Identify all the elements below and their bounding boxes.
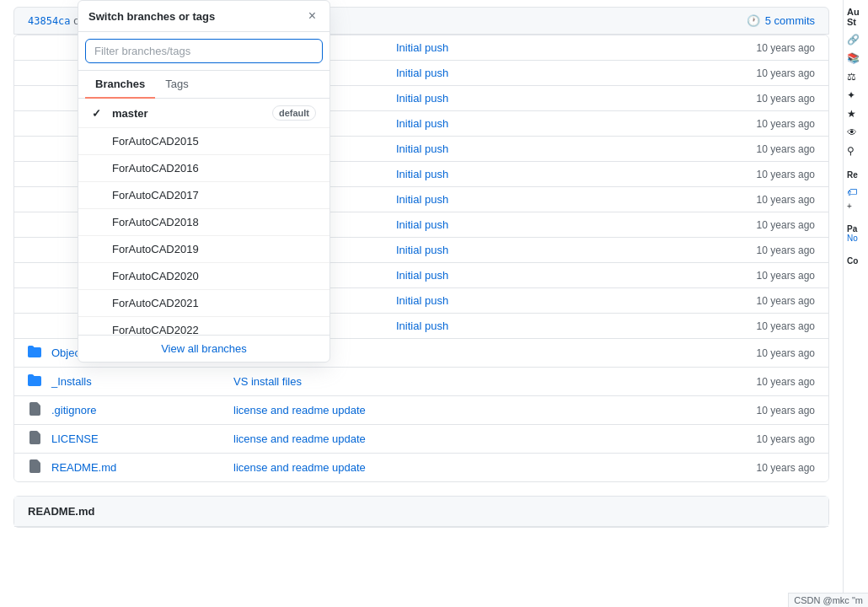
file-icon (28, 402, 45, 418)
dropdown-header: Switch branches or tags × (78, 1, 330, 32)
branch-item[interactable]: ForAutoCAD2015 (78, 128, 330, 155)
branch-name: ForAutoCAD2021 (112, 297, 199, 309)
commits-count[interactable]: 5 commits (765, 14, 815, 27)
table-row: README.md license and readme update 10 y… (14, 454, 828, 481)
table-row: .gitignore license and readme update 10 … (14, 396, 828, 425)
branch-name: ForAutoCAD2020 (112, 270, 199, 282)
clock-icon: 🕐 (747, 14, 760, 27)
file-name[interactable]: LICENSE (51, 432, 220, 445)
branch-name: ForAutoCAD2017 (112, 189, 199, 201)
readme-title: README.md (28, 505, 94, 518)
branch-item[interactable]: ForAutoCAD2021 (78, 290, 330, 317)
branch-filter-input[interactable] (85, 39, 323, 63)
branch-list: ✓ master default ForAutoCAD2015 ForAutoC… (78, 99, 330, 335)
branch-name: ForAutoCAD2019 (112, 243, 199, 255)
tab-branches[interactable]: Branches (85, 71, 155, 99)
branch-dropdown: Switch branches or tags × Branches Tags … (78, 0, 330, 363)
file-name[interactable]: README.md (51, 461, 220, 474)
checkmark-icon: ✓ (92, 107, 105, 120)
view-all-branches-link[interactable]: View all branches (78, 335, 330, 362)
readme-section: README.md (13, 496, 829, 528)
branch-item[interactable]: ForAutoCAD2017 (78, 182, 330, 209)
branch-name: ForAutoCAD2018 (112, 216, 199, 228)
branch-item[interactable]: ForAutoCAD2020 (78, 263, 330, 290)
default-badge: default (272, 105, 316, 121)
dropdown-title: Switch branches or tags (88, 10, 215, 23)
branch-item[interactable]: ForAutoCAD2022 (78, 317, 330, 335)
branch-name: master (112, 107, 148, 120)
branch-name: ForAutoCAD2022 (112, 324, 199, 335)
right-panel: AuSt 🔗 📚 ⚖ ✦ ★ 👁 (843, 0, 868, 607)
dropdown-close-button[interactable]: × (305, 8, 319, 24)
commit-hash[interactable]: 43854ca (28, 15, 71, 27)
folder-icon (28, 373, 45, 389)
dropdown-tabs: Branches Tags (78, 71, 330, 99)
tag-icon: 🏷 (847, 186, 857, 198)
tab-tags[interactable]: Tags (155, 71, 198, 99)
table-row: LICENSE license and readme update 10 yea… (14, 425, 828, 454)
branch-item[interactable]: ForAutoCAD2019 (78, 236, 330, 263)
balance-scale-icon: ⚖ (847, 71, 856, 83)
file-icon (28, 431, 45, 447)
branch-name: ForAutoCAD2016 (112, 162, 199, 175)
pulse-icon: ✦ (847, 89, 855, 101)
file-icon (28, 459, 45, 475)
branch-name: ForAutoCAD2015 (112, 135, 199, 148)
branch-item[interactable]: ForAutoCAD2018 (78, 209, 330, 236)
book-icon: 📚 (847, 52, 860, 64)
csdn-watermark: CSDN @mkc "m (788, 593, 868, 607)
eye-icon: 👁 (847, 126, 857, 138)
folder-name[interactable]: _Installs (51, 375, 220, 388)
link-icon: 🔗 (847, 34, 860, 46)
table-row: _Installs VS install files 10 years ago (14, 368, 828, 396)
folder-icon (28, 345, 45, 361)
file-name[interactable]: .gitignore (51, 404, 220, 416)
fork-icon: ⚲ (847, 145, 855, 157)
branch-item[interactable]: ForAutoCAD2016 (78, 155, 330, 182)
branch-item-master[interactable]: ✓ master default (78, 99, 330, 128)
readme-header: README.md (14, 497, 828, 527)
star-icon: ★ (847, 108, 856, 120)
dropdown-search-area (78, 32, 330, 71)
